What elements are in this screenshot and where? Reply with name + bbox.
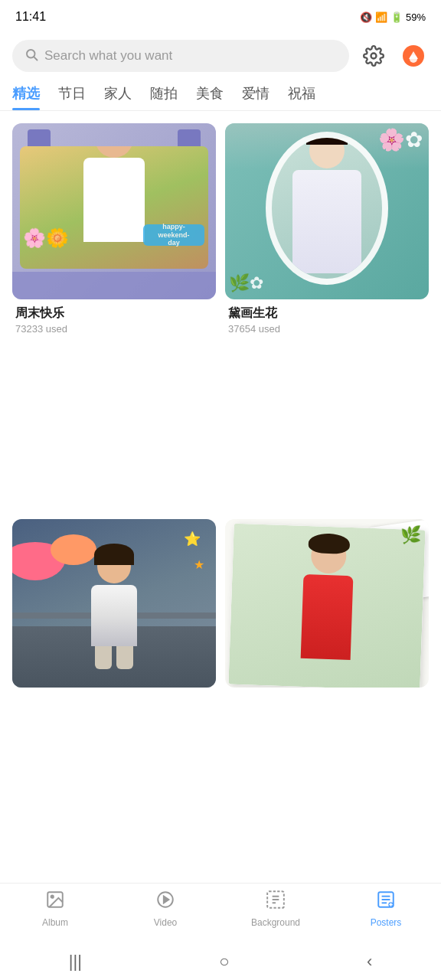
card3-image: ⭐ ★ (12, 519, 216, 688)
system-nav-menu[interactable]: ||| (69, 952, 82, 972)
card3-star: ⭐ (184, 531, 201, 547)
svg-point-6 (51, 896, 54, 898)
card4-leaves: 🌿 (400, 525, 421, 545)
tab-candid[interactable]: 随拍 (150, 84, 178, 110)
settings-button[interactable] (358, 41, 389, 71)
nav-album-label: Album (42, 917, 68, 928)
card4-head (311, 537, 348, 574)
card2-person-area (281, 133, 373, 279)
category-tabs: 精选 节日 家人 随拍 美食 爱情 祝福 (0, 78, 441, 111)
posters-icon (376, 890, 396, 914)
card1-brush-text: happy-weekend-day (158, 223, 189, 247)
card3-person (83, 550, 145, 665)
card4-hair (308, 533, 350, 554)
card1-body (83, 158, 145, 242)
card2-hair (306, 132, 348, 145)
card1-image: 🌸🌼 happy-weekend-day (12, 123, 216, 299)
tab-love[interactable]: 爱情 (242, 84, 270, 110)
card2-body (292, 170, 361, 273)
card2-flowers-top: 🌸✿ (378, 127, 423, 152)
tab-holiday[interactable]: 节日 (58, 84, 86, 110)
card2-meta: 黛画生花 37654 used (225, 299, 429, 338)
svg-marker-8 (164, 897, 169, 903)
card3-head (97, 550, 131, 583)
nav-posters-label: Posters (371, 917, 402, 928)
nav-video[interactable]: Video (110, 890, 220, 928)
premium-button[interactable] (398, 41, 429, 71)
search-row: Search what you want (0, 34, 441, 78)
video-icon (155, 890, 175, 914)
card4-image: 🌿 (225, 519, 429, 688)
system-nav-bar: ||| ○ ‹ (0, 943, 441, 980)
card4-person (286, 537, 368, 688)
nav-video-label: Video (154, 917, 177, 928)
poster-grid: 🌸🌼 happy-weekend-day 周末快乐 73233 used 🌸✿ (0, 111, 441, 883)
card1-brush-overlay: happy-weekend-day (143, 224, 204, 246)
card1-head (95, 146, 133, 158)
card3-leg-right (116, 646, 133, 669)
card3-body (91, 585, 137, 646)
nav-posters[interactable]: Posters (331, 890, 441, 928)
card1-title: 周末快乐 (15, 305, 213, 322)
system-nav-back[interactable]: ‹ (367, 952, 372, 972)
card3-leg-left (95, 646, 112, 669)
card3-star2: ★ (194, 557, 204, 572)
search-icon (24, 47, 38, 64)
status-bar: 11:41 🔇 📶 🔋 59% (0, 0, 441, 34)
list-item[interactable]: 🌸🌼 happy-weekend-day 周末快乐 73233 used (12, 123, 216, 510)
card3-legs (83, 646, 145, 669)
mute-icon: 🔇 (360, 11, 372, 23)
gear-icon (363, 45, 384, 67)
search-placeholder: Search what you want (44, 48, 172, 64)
battery-icon: 🔋 (390, 11, 403, 23)
card3-meta (12, 688, 216, 698)
signal-icon: 📶 (375, 11, 387, 23)
system-nav-home[interactable]: ○ (219, 952, 229, 972)
card1-inner-photo: 🌸🌼 happy-weekend-day (20, 146, 208, 269)
card1-used: 73233 used (15, 323, 213, 335)
tab-food[interactable]: 美食 (196, 84, 224, 110)
card3-hair (94, 544, 134, 565)
nav-background[interactable]: Background (220, 890, 331, 928)
album-icon (45, 890, 65, 914)
card2-head (309, 133, 345, 168)
svg-line-1 (34, 57, 37, 60)
card4-meta (225, 688, 429, 698)
battery-pct: 59% (406, 11, 426, 23)
card1-person-area (76, 146, 152, 246)
bottom-nav: Album Video Background (0, 883, 441, 943)
status-icons: 🔇 📶 🔋 59% (360, 11, 426, 23)
card2-title: 黛画生花 (228, 305, 426, 322)
tab-featured[interactable]: 精选 (12, 84, 40, 110)
search-bar[interactable]: Search what you want (12, 40, 349, 72)
gift-icon (401, 44, 426, 68)
status-time: 11:41 (15, 10, 46, 24)
nav-album[interactable]: Album (0, 890, 110, 928)
card1-bottom-bar (12, 272, 216, 299)
background-icon (266, 890, 286, 914)
nav-background-label: Background (251, 917, 300, 928)
card2-image: 🌸✿ 🌿✿ (225, 123, 429, 299)
svg-point-2 (371, 54, 377, 59)
list-item[interactable]: ⭐ ★ (12, 519, 216, 871)
list-item[interactable]: 🌸✿ 🌿✿ 黛画生花 37654 used (225, 123, 429, 510)
card4-body (300, 574, 353, 660)
tab-family[interactable]: 家人 (104, 84, 132, 110)
card1-meta: 周末快乐 73233 used (12, 299, 216, 338)
card4-photo-frame (228, 524, 425, 688)
tab-wishes[interactable]: 祝福 (288, 84, 315, 110)
card1-flowers: 🌸🌼 (23, 227, 69, 249)
list-item[interactable]: 🌿 (225, 519, 429, 871)
card2-circle (266, 132, 388, 285)
card2-flowers-bottom: 🌿✿ (229, 273, 263, 293)
svg-point-4 (410, 55, 417, 63)
card2-used: 37654 used (228, 323, 426, 335)
card4-inner-bg (228, 524, 425, 688)
